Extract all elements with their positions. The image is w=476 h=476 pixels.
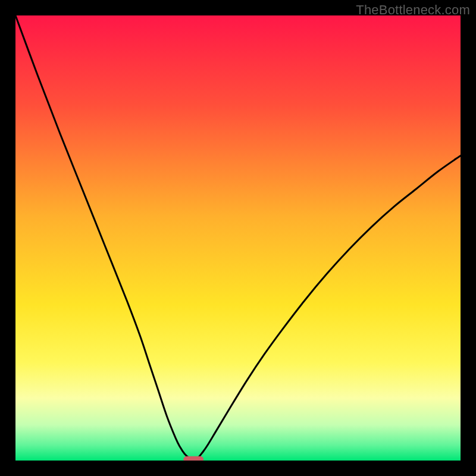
chart-svg bbox=[15, 15, 461, 461]
optimal-marker bbox=[183, 456, 203, 461]
chart-frame: TheBottleneck.com bbox=[0, 0, 476, 476]
watermark-text: TheBottleneck.com bbox=[356, 2, 470, 18]
plot-area bbox=[15, 15, 461, 461]
